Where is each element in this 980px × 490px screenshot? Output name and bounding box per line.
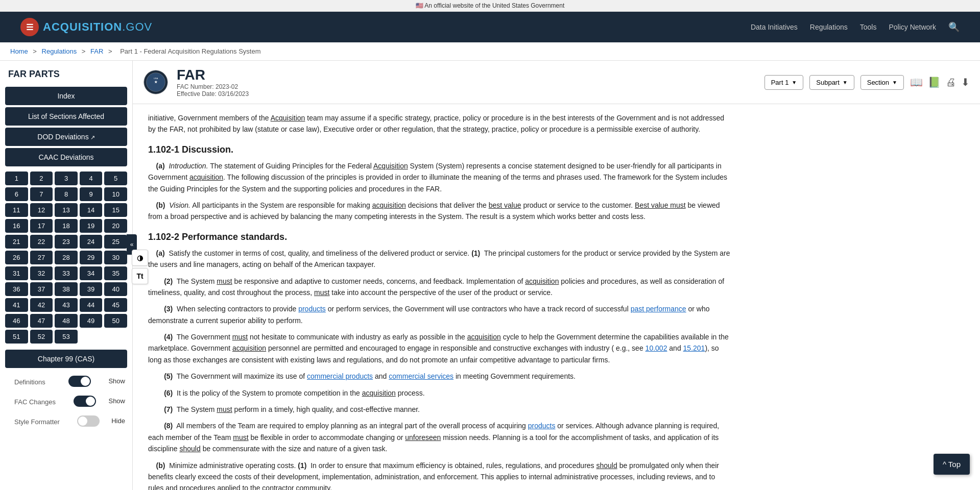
part-37[interactable]: 37 (30, 282, 53, 296)
part-16[interactable]: 16 (5, 219, 28, 233)
part-dropdown[interactable]: Part 1 (764, 75, 804, 90)
part-12[interactable]: 12 (30, 203, 53, 217)
perf-2: (2) The System must be responsive and ad… (148, 276, 730, 299)
part-39[interactable]: 39 (80, 282, 103, 296)
breadcrumb-far[interactable]: FAR (90, 47, 103, 55)
para-b-vision: (b) Vision. All participants in the Syst… (148, 200, 730, 223)
part-45[interactable]: 45 (104, 298, 127, 312)
part-7[interactable]: 7 (30, 187, 53, 201)
style-formatter-row: Style Formatter Hide (0, 411, 132, 431)
far-logo: ★ USA FAR FAC Number: 2023-02 Effective … (143, 67, 249, 97)
part-4[interactable]: 4 (80, 172, 103, 185)
fac-changes-row: FAC Changes Show (0, 391, 132, 411)
part-53[interactable]: 53 (55, 330, 78, 344)
search-button[interactable]: 🔍 (948, 21, 960, 33)
contrast-toggle-btn[interactable]: ◑ (132, 250, 148, 266)
part-11[interactable]: 11 (5, 203, 28, 217)
part-21[interactable]: 21 (5, 235, 28, 249)
far-title-block: FAR FAC Number: 2023-02 Effective Date: … (177, 67, 249, 97)
intro-para: initiative, Government members of the Ac… (148, 112, 730, 135)
fac-changes-toggle[interactable] (74, 396, 96, 407)
part-33[interactable]: 33 (55, 266, 78, 280)
part-40[interactable]: 40 (104, 282, 127, 296)
losa-btn[interactable]: List of Sections Affected (5, 107, 127, 126)
bookmark-icon[interactable]: 📗 (928, 76, 941, 88)
part-46[interactable]: 46 (5, 314, 28, 328)
fac-changes-toggle-label: Show (108, 397, 125, 405)
part-43[interactable]: 43 (55, 298, 78, 312)
part-5[interactable]: 5 (104, 172, 127, 185)
part-30[interactable]: 30 (104, 251, 127, 264)
part-51[interactable]: 51 (5, 330, 28, 344)
breadcrumb-current: Part 1 - Federal Acquisition Regulations… (120, 47, 260, 55)
part-20[interactable]: 20 (104, 219, 127, 233)
part-19[interactable]: 19 (80, 219, 103, 233)
part-6[interactable]: 6 (5, 187, 28, 201)
part-42[interactable]: 42 (30, 298, 53, 312)
part-36[interactable]: 36 (5, 282, 28, 296)
part-3[interactable]: 3 (55, 172, 78, 185)
part-47[interactable]: 47 (30, 314, 53, 328)
part-14[interactable]: 14 (80, 203, 103, 217)
part-44[interactable]: 44 (80, 298, 103, 312)
part-17[interactable]: 17 (30, 219, 53, 233)
part-8[interactable]: 8 (55, 187, 78, 201)
index-btn[interactable]: Index (5, 87, 127, 105)
part-32[interactable]: 32 (30, 266, 53, 280)
svg-text:★: ★ (154, 80, 158, 84)
logo-name: ACQUISITION.GOV (43, 20, 152, 33)
dod-btn[interactable]: DOD Deviations (5, 128, 127, 146)
chapter99-btn[interactable]: Chapter 99 (CAS) (5, 350, 127, 368)
part-1[interactable]: 1 (5, 172, 28, 185)
part-13[interactable]: 13 (55, 203, 78, 217)
part-41[interactable]: 41 (5, 298, 28, 312)
part-50[interactable]: 50 (104, 314, 127, 328)
part-35[interactable]: 35 (104, 266, 127, 280)
part-22[interactable]: 22 (30, 235, 53, 249)
fac-changes-label: FAC Changes (7, 394, 63, 408)
style-formatter-toggle[interactable] (77, 415, 100, 427)
part-31[interactable]: 31 (5, 266, 28, 280)
section-dropdown[interactable]: Section (861, 75, 904, 90)
flag-icon: 🇺🇸 (416, 2, 423, 9)
part-27[interactable]: 27 (30, 251, 53, 264)
top-button[interactable]: ^ Top (934, 454, 970, 475)
part-18[interactable]: 18 (55, 219, 78, 233)
breadcrumb-regulations[interactable]: Regulations (42, 47, 77, 55)
far-action-icons: 📖 📗 🖨 ⬇ (910, 76, 970, 88)
nav-tools[interactable]: Tools (860, 23, 877, 31)
caac-btn[interactable]: CAAC Deviations (5, 148, 127, 166)
sidebar: FAR PARTS Index List of Sections Affecte… (0, 61, 133, 490)
part-25[interactable]: 25 (104, 235, 127, 249)
part-52[interactable]: 52 (30, 330, 53, 344)
part-10[interactable]: 10 (104, 187, 127, 201)
download-icon[interactable]: ⬇ (961, 76, 970, 88)
breadcrumb: Home > Regulations > FAR > Part 1 - Fede… (0, 42, 980, 61)
part-38[interactable]: 38 (55, 282, 78, 296)
font-size-btn[interactable]: Tt (132, 268, 148, 284)
part-24[interactable]: 24 (80, 235, 103, 249)
perf-4: (4) The Government must not hesitate to … (148, 331, 730, 365)
breadcrumb-home[interactable]: Home (10, 47, 28, 55)
part-28[interactable]: 28 (55, 251, 78, 264)
section-102-1-title: 1.102-1 Discussion. (148, 144, 730, 155)
bookmark-open-icon[interactable]: 📖 (910, 76, 923, 88)
part-9[interactable]: 9 (80, 187, 103, 201)
part-26[interactable]: 26 (5, 251, 28, 264)
breadcrumb-sep1: > (33, 47, 38, 55)
definitions-toggle[interactable] (68, 376, 91, 387)
nav-policy-network[interactable]: Policy Network (889, 23, 936, 31)
print-icon[interactable]: 🖨 (946, 76, 956, 88)
nav-regulations[interactable]: Regulations (810, 23, 848, 31)
part-34[interactable]: 34 (80, 266, 103, 280)
part-29[interactable]: 29 (80, 251, 103, 264)
part-23[interactable]: 23 (55, 235, 78, 249)
part-49[interactable]: 49 (80, 314, 103, 328)
part-15[interactable]: 15 (104, 203, 127, 217)
subpart-dropdown[interactable]: Subpart (809, 75, 854, 90)
content-area: ★ USA FAR FAC Number: 2023-02 Effective … (133, 61, 980, 490)
nav-data-initiatives[interactable]: Data Initiatives (751, 23, 798, 31)
part-48[interactable]: 48 (55, 314, 78, 328)
para-a-intro: (a) Introduction. The statement of Guidi… (148, 160, 730, 194)
part-2[interactable]: 2 (30, 172, 53, 185)
